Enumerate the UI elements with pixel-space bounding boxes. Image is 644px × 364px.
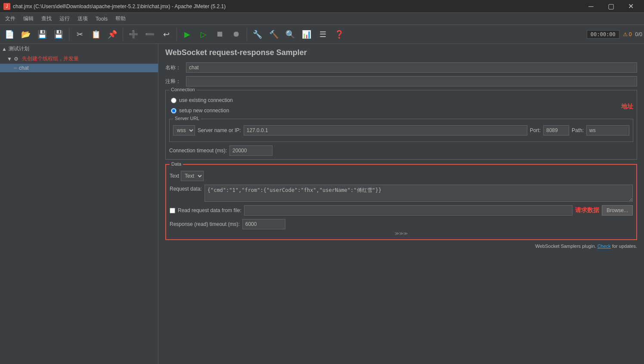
response-timeout-row: Response (read) timeout (ms): <box>170 219 633 229</box>
left-panel: ▲ 测试计划 ▼ ⚙ 先创建个线程组，并发量 ✏ chat <box>0 44 158 364</box>
list-button[interactable]: ☰ <box>315 27 331 42</box>
browse-button[interactable]: Browse... <box>602 205 633 216</box>
save-as-button[interactable]: 💾 <box>51 27 66 42</box>
drag-handle: ≫≫≫ <box>170 231 633 236</box>
revert-button[interactable]: ↩ <box>158 27 174 42</box>
request-data-row: Request data: {"cmd":"1","from":{"userCo… <box>170 185 633 202</box>
read-file-checkbox[interactable] <box>170 208 175 213</box>
text-type-select[interactable]: Text <box>181 171 204 181</box>
response-timeout-label: Response (read) timeout (ms): <box>170 221 240 227</box>
setup-new-radio[interactable] <box>171 108 176 114</box>
title-bar: J chat.jmx (C:\Users\dell\Downloads\apac… <box>0 0 644 13</box>
test-plan-label: 测试计划 <box>9 45 29 52</box>
paste-button[interactable]: 📌 <box>105 27 120 42</box>
request-data-label: Request data: <box>170 185 202 192</box>
warning-icon: ⚠ <box>623 31 628 37</box>
connection-section: Connection use existing connection setup… <box>165 90 637 160</box>
chat-edit-icon: ✏ <box>14 66 17 71</box>
panel-title: WebSocket request-response Sampler <box>165 48 637 57</box>
menu-file[interactable]: 文件 <box>2 14 19 24</box>
shutdown-button[interactable]: ⏺ <box>229 27 244 42</box>
read-file-row: Read request data from file: 请求数据 Browse… <box>170 205 633 216</box>
connection-timeout-input[interactable] <box>229 145 272 156</box>
file-annotation: 请求数据 <box>575 207 599 214</box>
text-type-row: Text Text <box>170 171 633 181</box>
server-name-label: Server name or IP: <box>198 127 241 133</box>
address-annotation: 地址 <box>621 103 633 111</box>
main-layout: ▲ 测试计划 ▼ ⚙ 先创建个线程组，并发量 ✏ chat WebSocket … <box>0 44 644 364</box>
open-button[interactable]: 📂 <box>18 27 34 42</box>
remove-button[interactable]: ➖ <box>142 27 158 42</box>
use-existing-label[interactable]: use existing connection <box>179 97 233 103</box>
menu-options[interactable]: 送项 <box>74 14 91 24</box>
sep4 <box>247 28 247 41</box>
cut-button[interactable]: ✂ <box>72 27 87 42</box>
close-button[interactable]: ✕ <box>621 0 641 13</box>
search-button[interactable]: 🔍 <box>282 27 298 42</box>
menu-find[interactable]: 查找 <box>38 14 55 24</box>
response-timeout-input[interactable] <box>242 219 285 229</box>
timer-display: 00:00:00 ⚠ 0 0/0 <box>587 30 642 39</box>
app-icon: J <box>3 3 10 10</box>
tree-item-chat[interactable]: ✏ chat <box>0 64 158 72</box>
menu-run[interactable]: 运行 <box>56 14 73 24</box>
copy-button[interactable]: 📋 <box>88 27 104 42</box>
start-no-pause-button[interactable]: ▷ <box>196 27 211 42</box>
right-panel: WebSocket request-response Sampler 名称： 注… <box>158 44 644 364</box>
thread-group-annotation: 先创建个线程组，并发量 <box>22 55 79 62</box>
server-url-legend: Server URL <box>173 116 201 121</box>
error-count: 0/0 <box>635 31 642 37</box>
menu-bar: 文件 编辑 查找 运行 送项 Tools 帮助 <box>0 13 644 25</box>
name-label: 名称： <box>165 64 183 71</box>
toolbar: 📄 📂 💾 💾 ✂ 📋 📌 ➕ ➖ ↩ ▶ ▷ ⏹ ⏺ 🔧 🔨 🔍 📊 ☰ ❓ … <box>0 25 644 44</box>
chat-label: chat <box>19 65 29 71</box>
updates-text: for updates. <box>612 244 637 249</box>
use-existing-radio[interactable] <box>171 98 176 103</box>
tools2-button[interactable]: 🔨 <box>266 27 282 42</box>
add-button[interactable]: ➕ <box>126 27 141 42</box>
stop-button[interactable]: ⏹ <box>212 27 228 42</box>
server-row: wss ws Server name or IP: Port: Path: <box>173 125 629 136</box>
data-section: Data Text Text Request data: {"cmd":"1",… <box>165 164 637 240</box>
menu-help[interactable]: 帮助 <box>112 14 129 24</box>
connection-legend: Connection <box>169 87 197 92</box>
plugin-text: WebSocket Samplers plugin. <box>536 244 596 249</box>
path-label: Path: <box>572 127 584 133</box>
name-input[interactable] <box>186 62 637 73</box>
server-input[interactable] <box>244 125 527 136</box>
path-input[interactable] <box>586 125 629 136</box>
report-button[interactable]: 📊 <box>299 27 314 42</box>
new-button[interactable]: 📄 <box>2 27 17 42</box>
comment-input[interactable] <box>186 76 637 86</box>
tools1-button[interactable]: 🔧 <box>250 27 265 42</box>
thread-group-expand-icon: ▼ <box>7 56 12 62</box>
protocol-select[interactable]: wss ws <box>173 125 195 136</box>
text-type-label: Text <box>170 173 179 179</box>
port-input[interactable] <box>543 125 569 136</box>
window-title: chat.jmx (C:\Users\dell\Downloads\apache… <box>13 3 226 9</box>
name-row: 名称： <box>165 62 637 73</box>
sep3 <box>176 28 177 41</box>
help-button[interactable]: ❓ <box>331 27 347 42</box>
save-button[interactable]: 💾 <box>34 27 50 42</box>
use-existing-row: use existing connection <box>169 96 235 104</box>
connection-timeout-row: Connection timeout (ms): <box>169 145 633 156</box>
start-button[interactable]: ▶ <box>180 27 195 42</box>
server-url-section: Server URL wss ws Server name or IP: Por… <box>169 119 633 142</box>
minimize-button[interactable]: ─ <box>581 0 601 13</box>
file-path-input[interactable] <box>244 205 573 216</box>
maximize-button[interactable]: ▢ <box>601 0 621 13</box>
request-data-input[interactable]: {"cmd":"1","from":{"userCode":"fhx","use… <box>204 185 633 202</box>
data-legend: Data <box>170 161 183 167</box>
warning-badge: ⚠ 0 <box>623 31 632 37</box>
tree-item-test-plan[interactable]: ▲ 测试计划 <box>0 44 158 54</box>
menu-tools[interactable]: Tools <box>92 14 111 24</box>
tree-item-thread-group[interactable]: ▼ ⚙ 先创建个线程组，并发量 <box>0 54 158 64</box>
plugin-info: WebSocket Samplers plugin. Check for upd… <box>165 244 637 249</box>
connection-timeout-label: Connection timeout (ms): <box>169 148 227 154</box>
check-link[interactable]: Check <box>598 244 611 249</box>
test-plan-icon: ▲ <box>2 46 7 52</box>
setup-new-label[interactable]: setup new connection <box>179 108 229 114</box>
menu-edit[interactable]: 编辑 <box>20 14 37 24</box>
setup-new-row: setup new connection <box>169 107 235 114</box>
